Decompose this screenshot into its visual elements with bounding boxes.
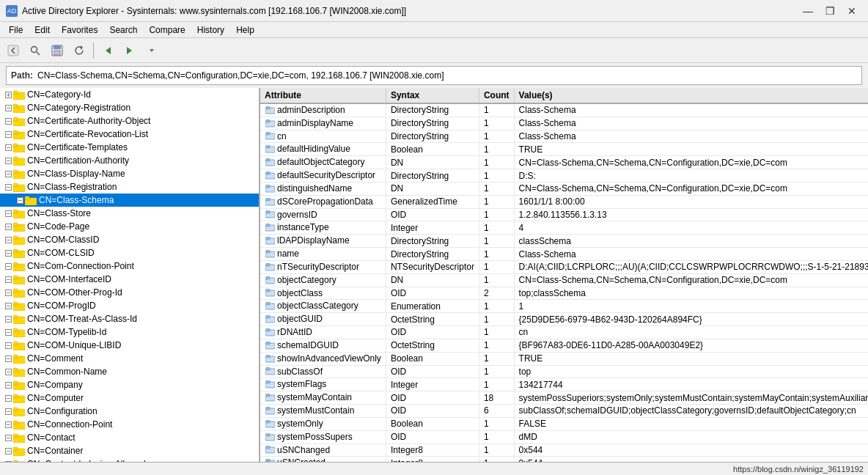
tree-expand-icon[interactable]: [3, 380, 13, 390]
tree-panel[interactable]: CN=Category-IdCN=Category-RegistrationCN…: [0, 88, 260, 462]
navigate-dropdown-button[interactable]: [141, 41, 162, 60]
tree-item[interactable]: CN=Certificate-Revocation-List: [0, 128, 259, 141]
tree-expand-icon[interactable]: [3, 327, 13, 337]
tree-item[interactable]: CN=Class-Schema: [0, 194, 259, 207]
tree-expand-icon[interactable]: [3, 169, 13, 179]
tree-expand-icon[interactable]: [3, 103, 13, 113]
table-row[interactable]: adminDisplayNameDirectoryString1Class-Sc…: [260, 117, 868, 130]
tree-item[interactable]: CN=Certificate-Templates: [0, 141, 259, 154]
tree-item[interactable]: CN=Code-Page: [0, 220, 259, 233]
tree-expand-icon[interactable]: [3, 287, 13, 298]
tree-item[interactable]: CN=Company: [0, 378, 259, 391]
table-row[interactable]: nameDirectoryString1Class-Schema: [260, 248, 868, 261]
table-row[interactable]: nTSecurityDescriptorNTSecurityDescriptor…: [260, 260, 868, 273]
table-row[interactable]: objectClassOID2top;classSchema: [260, 287, 868, 300]
tree-item[interactable]: CN=Class-Store: [0, 207, 259, 220]
col-attribute[interactable]: Attribute: [260, 88, 386, 103]
table-row[interactable]: governsIDOID11.2.840.113556.1.3.13: [260, 208, 868, 221]
tree-item[interactable]: CN=Com-Connection-Point: [0, 259, 259, 273]
table-row[interactable]: showInAdvancedViewOnlyBoolean1TRUE: [260, 352, 868, 365]
tree-item[interactable]: CN=Container: [0, 444, 259, 457]
table-row[interactable]: systemFlagsInteger1134217744: [260, 378, 868, 391]
tree-expand-icon[interactable]: [3, 129, 13, 139]
tree-expand-icon[interactable]: [3, 353, 13, 364]
table-row[interactable]: lDAPDisplayNameDirectoryString1classSche…: [260, 235, 868, 248]
menu-file[interactable]: File: [3, 23, 29, 37]
tree-expand-icon[interactable]: [3, 314, 13, 324]
col-count[interactable]: Count: [479, 88, 514, 103]
tree-item[interactable]: CN=Common-Name: [0, 365, 259, 378]
tree-expand-icon[interactable]: [3, 274, 13, 284]
table-row[interactable]: systemPossSupersOID1dMD: [260, 430, 868, 443]
tree-item[interactable]: CN=Content-Indexing-Allowed: [0, 457, 259, 462]
table-row[interactable]: instanceTypeInteger14: [260, 221, 868, 235]
detail-panel[interactable]: Attribute Syntax Count Value(s) adminDes…: [260, 88, 868, 462]
tree-item[interactable]: CN=Category-Id: [0, 88, 259, 101]
table-row[interactable]: schemaIDGUIDOctetString1{BF967A83-0DE6-1…: [260, 339, 868, 352]
table-row[interactable]: uSNCreatedInteger810x544: [260, 457, 868, 462]
table-row[interactable]: subClassOfOID1top: [260, 365, 868, 378]
menu-help[interactable]: Help: [230, 23, 260, 37]
save-button[interactable]: [47, 41, 67, 60]
navigate-forward-button[interactable]: [119, 41, 140, 60]
tree-expand-icon[interactable]: [3, 89, 13, 100]
tree-expand-icon[interactable]: [3, 459, 13, 462]
table-row[interactable]: objectGUIDOctetString1{25D9DE56-6979-4B6…: [260, 313, 868, 326]
tree-expand-icon[interactable]: [3, 208, 13, 218]
tree-item[interactable]: CN=Configuration: [0, 405, 259, 418]
back-button[interactable]: [3, 41, 23, 60]
minimize-button[interactable]: —: [798, 4, 818, 18]
tree-expand-icon[interactable]: [3, 142, 13, 152]
tree-item[interactable]: CN=Computer: [0, 391, 259, 405]
table-row[interactable]: cnDirectoryString1Class-Schema: [260, 130, 868, 143]
menu-history[interactable]: History: [191, 23, 230, 37]
tree-expand-icon[interactable]: [3, 432, 13, 443]
tree-item[interactable]: CN=Connection-Point: [0, 418, 259, 431]
menu-compare[interactable]: Compare: [143, 23, 191, 37]
table-row[interactable]: adminDescriptionDirectoryString1Class-Sc…: [260, 103, 868, 117]
tree-expand-icon[interactable]: [3, 261, 13, 271]
tree-item[interactable]: CN=Category-Registration: [0, 101, 259, 114]
tree-item[interactable]: CN=COM-InterfaceID: [0, 273, 259, 286]
table-row[interactable]: defaultHidingValueBoolean1TRUE: [260, 143, 868, 156]
tree-expand-icon[interactable]: [3, 406, 13, 416]
tree-item[interactable]: CN=COM-Other-Prog-Id: [0, 286, 259, 299]
tree-expand-icon[interactable]: [15, 195, 25, 205]
table-row[interactable]: dSCorePropagationDataGeneralizedTime1160…: [260, 195, 868, 208]
table-row[interactable]: uSNChangedInteger810x544: [260, 443, 868, 457]
menu-favorites[interactable]: Favorites: [56, 23, 103, 37]
col-values[interactable]: Value(s): [514, 88, 868, 103]
tree-item[interactable]: CN=Class-Registration: [0, 180, 259, 194]
table-row[interactable]: rDNAttIDOID1cn: [260, 326, 868, 339]
table-row[interactable]: objectCategoryDN1CN=Class-Schema,CN=Sche…: [260, 273, 868, 287]
tree-expand-icon[interactable]: [3, 393, 13, 403]
tree-item[interactable]: CN=Comment: [0, 352, 259, 365]
col-syntax[interactable]: Syntax: [386, 88, 479, 103]
tree-expand-icon[interactable]: [3, 367, 13, 377]
tree-expand-icon[interactable]: [3, 155, 13, 166]
table-row[interactable]: defaultSecurityDescriptorDirectoryString…: [260, 169, 868, 183]
tree-expand-icon[interactable]: [3, 182, 13, 192]
table-row[interactable]: distinguishedNameDN1CN=Class-Schema,CN=S…: [260, 182, 868, 195]
tree-expand-icon[interactable]: [3, 446, 13, 456]
tree-item[interactable]: CN=COM-Unique-LIBID: [0, 339, 259, 352]
tree-item[interactable]: CN=Certificate-Authority-Object: [0, 114, 259, 128]
tree-item[interactable]: CN=Contact: [0, 431, 259, 444]
tree-expand-icon[interactable]: [3, 419, 13, 430]
table-row[interactable]: systemMustContainOID6subClassOf;schemaID…: [260, 405, 868, 418]
tree-expand-icon[interactable]: [3, 301, 13, 311]
tree-expand-icon[interactable]: [3, 235, 13, 245]
table-row[interactable]: systemMayContainOID18systemPossSuperiors…: [260, 391, 868, 405]
tree-item[interactable]: CN=COM-ProgID: [0, 299, 259, 312]
tree-expand-icon[interactable]: [3, 116, 13, 126]
tree-item[interactable]: CN=Class-Display-Name: [0, 167, 259, 180]
table-row[interactable]: defaultObjectCategoryDN1CN=Class-Schema,…: [260, 156, 868, 169]
menu-search[interactable]: Search: [103, 23, 143, 37]
close-button[interactable]: ✕: [842, 4, 862, 18]
maximize-button[interactable]: ❐: [820, 4, 840, 18]
table-row[interactable]: objectClassCategoryEnumeration11: [260, 300, 868, 313]
tree-item[interactable]: CN=COM-Typelib-Id: [0, 325, 259, 339]
tree-item[interactable]: CN=COM-Treat-As-Class-Id: [0, 312, 259, 325]
navigate-back-button[interactable]: [98, 41, 118, 60]
tree-expand-icon[interactable]: [3, 340, 13, 350]
